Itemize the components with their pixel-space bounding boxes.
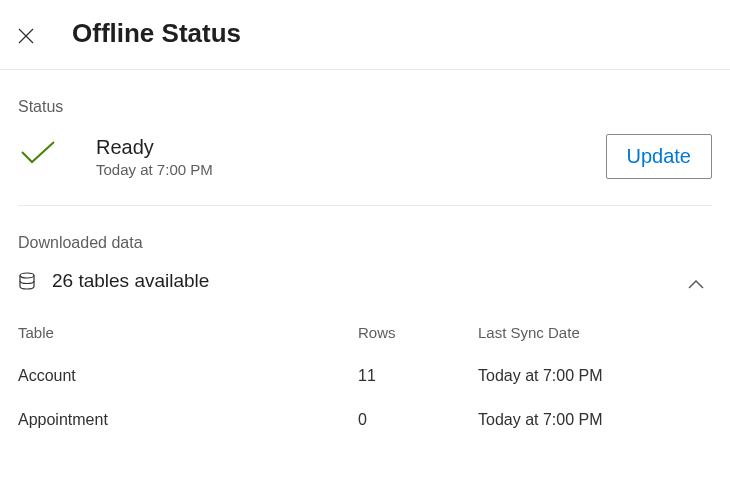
cell-last-sync: Today at 7:00 PM xyxy=(478,367,712,385)
status-timestamp: Today at 7:00 PM xyxy=(96,161,213,178)
status-state: Ready xyxy=(96,136,213,159)
close-icon[interactable] xyxy=(18,28,34,44)
status-info: Ready Today at 7:00 PM xyxy=(96,136,213,178)
status-row: Ready Today at 7:00 PM Update xyxy=(18,134,712,206)
cell-row-count: 11 xyxy=(358,367,478,385)
downloaded-section-label: Downloaded data xyxy=(18,234,712,252)
col-header-rows: Rows xyxy=(358,324,478,341)
update-button[interactable]: Update xyxy=(606,134,713,179)
cell-last-sync: Today at 7:00 PM xyxy=(478,411,712,429)
status-section-label: Status xyxy=(18,98,712,116)
chevron-up-icon xyxy=(688,276,704,286)
svg-point-2 xyxy=(20,273,34,278)
tables-summary: 26 tables available xyxy=(52,270,209,292)
col-header-last-sync: Last Sync Date xyxy=(478,324,712,341)
checkmark-icon xyxy=(18,140,58,164)
downloaded-section: Downloaded data 26 tables available Tabl… xyxy=(0,234,730,429)
status-left: Ready Today at 7:00 PM xyxy=(18,136,213,178)
col-header-table: Table xyxy=(18,324,358,341)
status-section: Status Ready Today at 7:00 PM Update xyxy=(0,98,730,206)
page-title: Offline Status xyxy=(72,18,241,49)
database-icon xyxy=(18,272,36,290)
cell-table-name: Account xyxy=(18,367,358,385)
table-row: Appointment 0 Today at 7:00 PM xyxy=(18,411,712,429)
table-header-row: Table Rows Last Sync Date xyxy=(18,324,712,341)
header-bar: Offline Status xyxy=(0,0,730,70)
table-row: Account 11 Today at 7:00 PM xyxy=(18,367,712,385)
tables-expand-toggle[interactable]: 26 tables available xyxy=(18,270,712,292)
tables-header-left: 26 tables available xyxy=(18,270,209,292)
cell-row-count: 0 xyxy=(358,411,478,429)
cell-table-name: Appointment xyxy=(18,411,358,429)
